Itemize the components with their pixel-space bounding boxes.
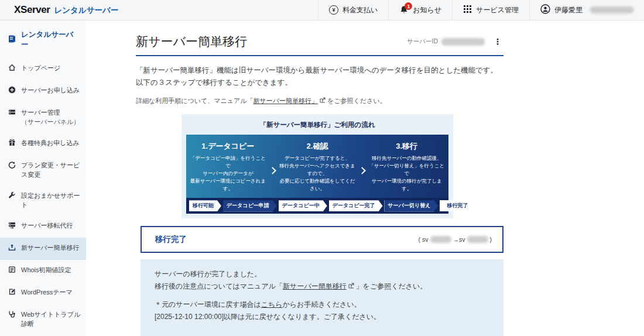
main-content: 新サーバー簡単移行 サーバーID ⋮ 「新サーバー簡単移行」機能は旧サーバー環境… [86, 20, 644, 336]
refresh-icon [8, 161, 16, 172]
server-transfer-icon [8, 221, 16, 232]
sidebar-item-server-apply[interactable]: サーバーお申し込み [0, 80, 86, 102]
services-label: サービス管理 [476, 5, 519, 15]
server-book-icon [8, 35, 16, 45]
sidebar-item-managed-support[interactable]: 設定おまかせサポート [0, 186, 86, 216]
sidebar-item-label: 各種特典お申し込み [21, 139, 80, 148]
source-server-blurred [430, 236, 451, 243]
manual-link[interactable]: 新サーバー簡単移行」 [254, 97, 318, 104]
migration-status-title: 移行完了 [155, 234, 187, 245]
sidebar-item-top-page[interactable]: トップページ [0, 58, 86, 80]
title-underline [136, 55, 503, 56]
progress-step-copy-done: データコピー完了 [329, 200, 383, 211]
news-label: お知らせ [413, 5, 441, 15]
completion-line1: サーバーの移行が完了しました。 [155, 268, 489, 280]
sidebar-item-label: サーバー管理（サーバーパネル） [21, 108, 80, 127]
sidebar-item-label: プラン変更・サービス変更 [21, 161, 83, 180]
sidebar-item-label: トップページ [21, 64, 60, 73]
migration-server-pair: ( sv →sv ) [419, 236, 492, 243]
gift-icon [8, 139, 16, 149]
chevron-right-icon [357, 168, 367, 173]
page-title: 新サーバー簡単移行 [136, 33, 247, 50]
server-icon [8, 108, 16, 119]
deadline-line: [2025-12-10 12:00:00]以降は元に戻せなくなります。ご了承くだ… [155, 311, 489, 323]
sidebar-item-label: 設定おまかせサポート [21, 191, 83, 210]
services-menu-item[interactable]: サービス管理 [452, 0, 529, 20]
bell-icon: 1 [399, 5, 409, 15]
flow-title: 「新サーバー簡単移行」ご利用の流れ [186, 119, 448, 135]
account-menu-item[interactable]: 伊藤愛里 [529, 0, 644, 20]
sidebar-item-web-diagnosis[interactable]: Webサイトトラブル診断 [0, 304, 86, 335]
news-menu-item[interactable]: 1 お知らせ [388, 0, 452, 20]
manual-link-2[interactable]: 新サーバー簡単移行 [283, 282, 347, 290]
completion-line2: 移行後の注意点についてはマニュアル「新サーバー簡単移行」をご参照ください。 [155, 280, 489, 292]
flow-step-3: 3.移行 移行先サーバーの動作確認後、 「サーバー切り替え」を行うことで サーバ… [367, 141, 446, 193]
migration-flow-panel: 「新サーバー簡単移行」ご利用の流れ 1.データコピー 「データコピー申請」を行う… [181, 114, 453, 219]
sidebar-item-server-transfer[interactable]: サーバー移転代行 [0, 215, 86, 238]
sidebar: レンタルサーバー トップページ サーバーお申し込み サーバー管理（サーバーパネル… [0, 20, 86, 336]
sidebar-item-label: WordPressテーマ [21, 288, 73, 297]
chevron-right-icon [268, 168, 278, 173]
server-id-value-blurred [441, 38, 485, 46]
sidebar-item-server-panel[interactable]: サーバー管理（サーバーパネル） [0, 102, 86, 133]
intro-text: 「新サーバー簡単移行」機能は旧サーバー環境から最新サーバー環境へのデータ移行を目… [136, 64, 503, 90]
sidebar-item-whois[interactable]: Whois初期値設定 [0, 260, 86, 282]
home-icon [8, 64, 16, 74]
progress-step-migration-done: 移行完了 [440, 200, 475, 211]
stethoscope-icon [8, 310, 16, 321]
flow-diagram: 1.データコピー 「データコピー申請」を行うことで サーバー内のデータが 最新サ… [186, 135, 448, 214]
top-nav: ¥ 料金支払い 1 お知らせ サービス管理 [318, 0, 644, 20]
kebab-menu-icon[interactable]: ⋮ [492, 36, 503, 47]
document-icon [8, 266, 16, 276]
external-link-icon [320, 97, 326, 104]
account-name: 伊藤愛里 [554, 5, 583, 15]
user-circle-icon [540, 4, 550, 16]
progress-step-copying: データコピー中 [279, 200, 327, 211]
xserver-logo[interactable]: XServer レンタルサーバー [0, 4, 118, 16]
account-id-blurred [590, 6, 633, 13]
progress-step-copy-request: データコピー申請 [223, 200, 277, 211]
server-id: サーバーID [407, 37, 485, 46]
revert-line: ＊元のサーバー環境に戻す場合はこちらからお手続きください。 [155, 299, 489, 310]
plus-circle-icon [8, 86, 16, 97]
sidebar-item-new-server-migration[interactable]: 新サーバー簡単移行 [0, 238, 86, 260]
logo-primary: XServer [14, 4, 50, 16]
top-bar: XServer レンタルサーバー ¥ 料金支払い 1 お知らせ [0, 0, 644, 20]
progress-step-available: 移行可能 [189, 200, 221, 211]
migration-status-box: 移行完了 ( sv →sv ) [141, 226, 503, 253]
revert-link[interactable]: こちら [261, 300, 283, 308]
sidebar-title-label: レンタルサーバー [21, 30, 80, 50]
sidebar-item-label: Whois初期値設定 [21, 266, 71, 275]
migration-icon [8, 244, 16, 254]
wrench-icon [8, 191, 16, 202]
sidebar-item-wordpress-theme[interactable]: WordPressテーマ [0, 282, 86, 304]
grid-icon [463, 5, 472, 15]
logo-secondary: レンタルサーバー [54, 5, 118, 16]
manual-note: 詳細な利用手順について、マニュアル「新サーバー簡単移行」をご参照ください。 [136, 97, 503, 105]
completion-message-box: サーバーの移行が完了しました。 移行後の注意点についてはマニュアル「新サーバー簡… [141, 259, 503, 336]
flow-step-1: 1.データコピー 「データコピー申請」を行うことで サーバー内のデータが 最新サ… [189, 141, 268, 193]
yen-circle-icon: ¥ [329, 5, 338, 15]
sidebar-item-label: サーバー移転代行 [21, 221, 73, 231]
sidebar-item-label: Webサイトトラブル診断 [21, 310, 83, 329]
server-id-label: サーバーID [407, 37, 438, 46]
migration-progress-bar: 移行可能 データコピー申請 データコピー中 データコピー完了 サーバー切り替え … [186, 198, 448, 214]
edit-square-icon [8, 288, 16, 299]
external-link-icon [348, 280, 354, 292]
flow-step-2: 2.確認 データコピーが完了すると、 移行先サーバーへアクセスできますので、 必… [278, 141, 357, 193]
progress-step-switchover: サーバー切り替え [385, 200, 439, 211]
sidebar-item-label: 新サーバー簡単移行 [21, 244, 80, 253]
sidebar-item-plan-change[interactable]: プラン変更・サービス変更 [0, 155, 86, 186]
sidebar-item-label: サーバーお申し込み [21, 86, 80, 95]
target-server-blurred [467, 236, 488, 243]
sidebar-title-rental-server[interactable]: レンタルサーバー [0, 20, 86, 58]
payment-menu-item[interactable]: ¥ 料金支払い [318, 0, 388, 20]
news-badge: 1 [405, 2, 412, 10]
sidebar-item-benefits[interactable]: 各種特典お申し込み [0, 133, 86, 155]
payment-label: 料金支払い [342, 5, 378, 15]
